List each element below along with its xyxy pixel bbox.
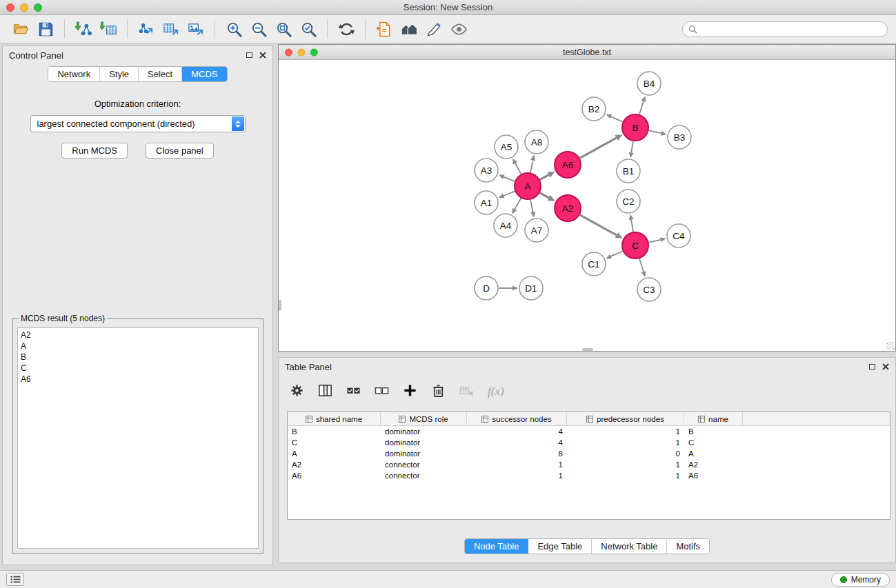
- column-header-predecessor-nodes[interactable]: predecessor nodes: [567, 412, 684, 425]
- graph-edge-A-A7[interactable]: [530, 200, 535, 218]
- result-item[interactable]: C: [21, 363, 255, 374]
- tab-edge-table[interactable]: Edge Table: [528, 539, 592, 554]
- graph-node-C1[interactable]: C1: [582, 252, 606, 276]
- graph-edge-A-A6[interactable]: [540, 172, 555, 180]
- graph-node-C[interactable]: C: [622, 232, 648, 258]
- memory-button[interactable]: Memory: [831, 573, 890, 587]
- table-settings-button[interactable]: [290, 383, 304, 401]
- graph-edge-A-A4[interactable]: [512, 198, 521, 214]
- graph-edge-A-A2[interactable]: [540, 193, 555, 201]
- show-hide-button[interactable]: [446, 18, 471, 40]
- criterion-select[interactable]: largest connected component (directed): [30, 115, 246, 132]
- close-panel-icon[interactable]: [882, 363, 889, 370]
- graph-edge-A-A8[interactable]: [530, 155, 535, 173]
- graph-node-B[interactable]: B: [622, 114, 648, 141]
- annotate-button[interactable]: [421, 18, 446, 40]
- graph-node-B4[interactable]: B4: [637, 72, 661, 95]
- zoom-fit-button[interactable]: [271, 18, 296, 40]
- graph-edge-A-A5[interactable]: [512, 159, 521, 174]
- zoom-in-button[interactable]: [221, 18, 246, 40]
- table-row[interactable]: C dominator 4 1 C: [288, 437, 890, 448]
- column-header-mcds-role[interactable]: MCDS role: [381, 412, 467, 425]
- graph-node-A5[interactable]: A5: [495, 135, 518, 159]
- table-row[interactable]: A2 connector 1 1 A2: [288, 459, 890, 470]
- result-item[interactable]: A6: [21, 374, 255, 385]
- table-row[interactable]: A6 connector 1 1 A6: [288, 470, 890, 481]
- network-canvas[interactable]: AA1A2A3A4A5A6A7A8BB1B2B3B4CC1C2C3C4DD1: [279, 60, 895, 351]
- table-row[interactable]: A dominator 8 0 A: [288, 448, 890, 459]
- graph-node-A1[interactable]: A1: [475, 191, 498, 214]
- graph-edge-A6-B[interactable]: [580, 134, 623, 158]
- graph-node-C2[interactable]: C2: [617, 190, 640, 213]
- graph-edge-B-B2[interactable]: [606, 114, 622, 122]
- select-all-button[interactable]: [346, 383, 361, 401]
- graph-edge-B-B1[interactable]: [629, 141, 634, 158]
- report-button[interactable]: [372, 18, 397, 40]
- graph-node-B1[interactable]: B1: [617, 159, 640, 183]
- graph-edge-C-C2[interactable]: [629, 214, 634, 232]
- graph-node-D[interactable]: D: [475, 276, 498, 300]
- graph-node-C3[interactable]: C3: [637, 278, 661, 301]
- vertical-scrollbar[interactable]: [279, 300, 281, 311]
- graph-node-A3[interactable]: A3: [475, 159, 498, 182]
- graph-node-B2[interactable]: B2: [582, 97, 606, 121]
- delete-column-button[interactable]: [431, 383, 446, 401]
- zoom-out-button[interactable]: [246, 18, 271, 40]
- import-table-button[interactable]: [96, 18, 121, 40]
- result-item[interactable]: B: [21, 352, 255, 363]
- home-button[interactable]: [397, 18, 421, 40]
- graph-node-D1[interactable]: D1: [519, 276, 543, 300]
- tab-mcds[interactable]: MCDS: [182, 67, 226, 81]
- open-session-button[interactable]: [8, 18, 33, 40]
- export-network-button[interactable]: [134, 18, 159, 40]
- graph-node-C4[interactable]: C4: [667, 224, 690, 247]
- mcds-result-list[interactable]: A2 A B C A6: [17, 327, 259, 549]
- graph-edge-C-C4[interactable]: [649, 237, 666, 242]
- tab-select[interactable]: Select: [139, 67, 182, 81]
- graph-node-B3[interactable]: B3: [668, 125, 691, 149]
- graph-node-A[interactable]: A: [515, 173, 541, 199]
- graph-edge-C-C1[interactable]: [606, 251, 622, 258]
- graph-edge-B-B3[interactable]: [649, 130, 667, 135]
- horizontal-scrollbar[interactable]: [582, 348, 593, 351]
- close-panel-button[interactable]: Close panel: [146, 143, 214, 159]
- show-column-button[interactable]: [318, 383, 332, 401]
- result-item[interactable]: A2: [21, 330, 255, 341]
- graph-edge-D-D1[interactable]: [499, 285, 518, 290]
- export-table-button[interactable]: [159, 18, 183, 40]
- close-panel-icon[interactable]: [259, 52, 266, 59]
- tab-network-table[interactable]: Network Table: [592, 539, 667, 554]
- graph-edge-A-A1[interactable]: [499, 191, 515, 198]
- graph-node-A2[interactable]: A2: [555, 195, 581, 221]
- export-image-button[interactable]: [183, 18, 208, 40]
- graph-edge-C-C3[interactable]: [639, 258, 646, 277]
- column-header-shared-name[interactable]: shared name: [288, 412, 381, 425]
- graph-edge-B-B4[interactable]: [639, 96, 646, 114]
- result-item[interactable]: A: [21, 341, 255, 352]
- graph-node-A6[interactable]: A6: [555, 152, 581, 178]
- run-mcds-button[interactable]: Run MCDS: [61, 143, 128, 159]
- search-input[interactable]: [701, 24, 882, 34]
- graph-node-A7[interactable]: A7: [525, 219, 548, 242]
- network-graph[interactable]: AA1A2A3A4A5A6A7A8BB1B2B3B4CC1C2C3C4DD1: [279, 60, 895, 351]
- tab-network[interactable]: Network: [48, 67, 100, 81]
- deselect-all-button[interactable]: [375, 383, 389, 401]
- add-column-button[interactable]: [403, 383, 417, 401]
- column-header-successor-nodes[interactable]: successor nodes: [467, 412, 567, 425]
- graph-node-A8[interactable]: A8: [525, 130, 548, 154]
- tab-style[interactable]: Style: [100, 67, 139, 81]
- column-header-name[interactable]: name: [684, 412, 743, 425]
- graph-edge-A2-C[interactable]: [580, 215, 623, 239]
- graph-edge-A-A3[interactable]: [499, 174, 515, 181]
- float-panel-icon[interactable]: [869, 364, 875, 369]
- graph-node-A4[interactable]: A4: [494, 214, 517, 237]
- tab-motifs[interactable]: Motifs: [667, 539, 709, 554]
- float-panel-icon[interactable]: [246, 52, 252, 58]
- save-session-button[interactable]: [33, 18, 58, 40]
- search-box[interactable]: [682, 21, 888, 37]
- tab-node-table[interactable]: Node Table: [465, 539, 529, 554]
- zoom-selected-button[interactable]: [296, 18, 321, 40]
- table-row[interactable]: B dominator 4 1 B: [288, 426, 890, 437]
- task-history-button[interactable]: [6, 573, 24, 586]
- import-network-button[interactable]: [71, 18, 96, 40]
